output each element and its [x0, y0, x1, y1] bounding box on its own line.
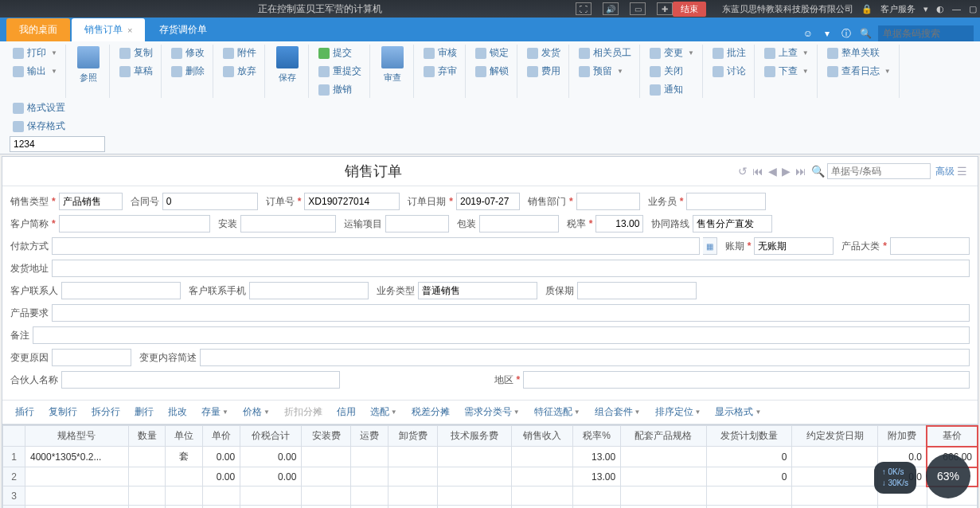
edit-button[interactable]: 修改: [168, 45, 208, 61]
change-summary-input[interactable]: [200, 349, 970, 366]
copy-row-button[interactable]: 复制行: [44, 404, 82, 420]
delete-button[interactable]: 删除: [168, 63, 208, 80]
col-tax-pct[interactable]: 税率%: [572, 426, 620, 447]
export-button[interactable]: 输出▼: [10, 63, 61, 80]
revoke-button[interactable]: 撤销: [315, 81, 365, 98]
col-unit[interactable]: 单位: [166, 426, 203, 447]
save-format-button[interactable]: 保存格式: [10, 118, 105, 135]
order-no-input[interactable]: [304, 193, 400, 210]
salesman-input[interactable]: [686, 193, 766, 210]
col-kit-spec[interactable]: 配套产品规格: [621, 426, 707, 447]
bill-search-input[interactable]: [827, 163, 931, 179]
coop-route-input[interactable]: [693, 215, 772, 233]
sound-icon[interactable]: 🔊: [603, 2, 619, 15]
display-fmt-button[interactable]: 显示格式▼: [710, 404, 766, 420]
screen-icon[interactable]: ⛶: [576, 2, 592, 15]
copy-button[interactable]: 复制: [116, 45, 156, 61]
col-price[interactable]: 单价: [203, 426, 240, 447]
advanced-link[interactable]: 高级: [935, 165, 955, 178]
change-reason-input[interactable]: [52, 349, 131, 366]
save-button[interactable]: 保存: [271, 45, 303, 85]
pin-icon[interactable]: ✚: [657, 2, 673, 15]
change-button[interactable]: 变更▼: [646, 45, 697, 61]
region-input[interactable]: [523, 371, 970, 389]
col-unload-fee[interactable]: 卸货费: [388, 426, 438, 447]
cost-button[interactable]: 费用: [524, 63, 564, 80]
detail-grid[interactable]: 规格型号 数量 单位 单价 价税合计 安装费 运费 卸货费 技术服务费 销售收入…: [2, 424, 978, 508]
submit-button[interactable]: 提交: [315, 45, 365, 61]
discount-button[interactable]: 折扣分摊: [279, 404, 327, 420]
tab-sales-order[interactable]: 销售订单×: [72, 18, 145, 41]
contract-no-input[interactable]: [162, 193, 258, 210]
tab-desktop[interactable]: 我的桌面: [6, 18, 70, 41]
customer-service-menu[interactable]: 客户服务: [880, 3, 916, 15]
remark-input[interactable]: [33, 326, 970, 344]
customer-abbr-input[interactable]: [59, 215, 210, 233]
credit-button[interactable]: 信用: [332, 404, 361, 420]
pay-method-input[interactable]: [52, 237, 700, 255]
search-icon[interactable]: 🔍: [859, 27, 872, 40]
package-input[interactable]: [479, 215, 559, 233]
format-settings-button[interactable]: 格式设置: [10, 100, 105, 116]
top-search-input[interactable]: [878, 25, 974, 41]
list-icon[interactable]: ☰: [957, 165, 967, 178]
tax-rate-input[interactable]: [595, 215, 643, 233]
product-cat-input[interactable]: [890, 237, 970, 255]
biz-type-input[interactable]: [418, 282, 537, 299]
close-bill-button[interactable]: 关闭: [646, 63, 697, 80]
sort-button[interactable]: 排序定位▼: [650, 404, 706, 420]
sale-type-input[interactable]: [59, 193, 123, 210]
help-icon[interactable]: ◐: [936, 4, 944, 14]
col-extra-fee[interactable]: 附加费: [877, 426, 927, 447]
table-row[interactable]: 3: [3, 487, 978, 506]
review-button[interactable]: 审查: [377, 45, 408, 85]
col-freight[interactable]: 运费: [351, 426, 388, 447]
related-emp-button[interactable]: 相关员工: [576, 45, 634, 61]
max-icon[interactable]: ▢: [969, 4, 977, 14]
smile-icon[interactable]: ☺: [802, 27, 814, 40]
table-row[interactable]: 14000*1305*0.2...套0.000.0013.0000.0666.0…: [3, 447, 978, 467]
first-icon[interactable]: ⏮: [752, 165, 763, 178]
min-icon[interactable]: —: [952, 4, 961, 14]
attach-button[interactable]: 附件: [220, 45, 260, 61]
prev-icon[interactable]: ◀: [768, 165, 777, 178]
tab-price-adjust[interactable]: 存货调价单: [146, 18, 220, 41]
format-select[interactable]: [10, 136, 105, 152]
last-icon[interactable]: ⏭: [795, 165, 806, 178]
draft-button[interactable]: 草稿: [116, 63, 156, 80]
col-tech-fee[interactable]: 技术服务费: [438, 426, 511, 447]
col-base-price[interactable]: 基价: [927, 426, 977, 447]
full-assoc-button[interactable]: 整单关联: [824, 45, 894, 61]
close-icon[interactable]: ×: [127, 25, 132, 35]
view-log-button[interactable]: 查看日志▼: [824, 63, 894, 80]
cust-contact-input[interactable]: [61, 282, 181, 299]
feature-button[interactable]: 特征选配▼: [529, 404, 585, 420]
credit-period-input[interactable]: [754, 237, 834, 255]
install-input[interactable]: [240, 215, 336, 233]
notify-button[interactable]: 通知: [646, 81, 697, 98]
match-button[interactable]: 选配▼: [365, 404, 402, 420]
demand-class-button[interactable]: 需求分类号▼: [459, 404, 525, 420]
search-icon[interactable]: 🔍: [811, 165, 825, 178]
table-row[interactable]: 4: [3, 506, 978, 509]
abandon-button[interactable]: 放弃: [220, 63, 260, 80]
resubmit-button[interactable]: 重提交: [315, 63, 365, 80]
up-search-button[interactable]: 上查▼: [761, 45, 812, 61]
reference-button[interactable]: 参照: [72, 45, 104, 85]
print-button[interactable]: 打印▼: [10, 45, 61, 61]
unlock-button[interactable]: 解锁: [472, 63, 512, 80]
col-spec[interactable]: 规格型号: [25, 426, 129, 447]
col-price-tax[interactable]: 价税合计: [240, 426, 302, 447]
deliver-button[interactable]: 发货: [524, 45, 564, 61]
lookup-icon[interactable]: ▦: [703, 237, 717, 255]
window-icon[interactable]: ▭: [630, 2, 646, 15]
cust-phone-input[interactable]: [249, 282, 369, 299]
transport-input[interactable]: [385, 215, 449, 233]
col-qty[interactable]: 数量: [128, 426, 166, 447]
insert-row-button[interactable]: 插行: [10, 404, 39, 420]
approve-button[interactable]: 批注: [709, 45, 749, 61]
reserve-button[interactable]: 预留▼: [576, 63, 634, 80]
product-req-input[interactable]: [52, 304, 970, 322]
price-button[interactable]: 价格▼: [238, 404, 275, 420]
unaudit-button[interactable]: 弃审: [420, 63, 460, 80]
